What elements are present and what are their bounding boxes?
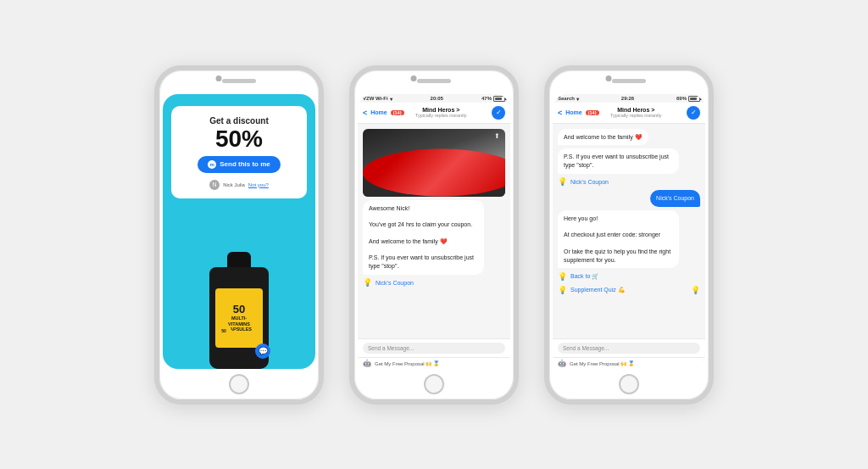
bottom-bar-text-3: Get My Free Proposal 🙌 🥇	[570, 360, 634, 366]
wifi-icon-2: ▾	[390, 96, 392, 102]
carrier-label-2: VZW Wi-Fi	[363, 96, 388, 101]
bot-logo-2: 🤖	[363, 360, 371, 367]
chat-name-3: Mind Heros >	[617, 107, 654, 113]
phone-2: VZW Wi-Fi ▾ 20:05 47% < Home	[349, 65, 519, 405]
bottle-badge: 50	[216, 323, 231, 338]
home-label-2[interactable]: Home	[370, 109, 387, 115]
check-button-2[interactable]: ✓	[492, 106, 505, 120]
messenger-header-3: < Home (14) Mind Heros > Typically repli…	[553, 103, 705, 124]
input-bar-3: Send a Message...	[553, 338, 705, 357]
phone-1-home-btn[interactable]	[229, 374, 249, 394]
coupon-link-row: 💡 Nick's Coupon	[363, 278, 505, 288]
chat-name-2: Mind Heros >	[422, 107, 459, 113]
battery-percent-2: 47%	[481, 96, 492, 101]
messenger-body-2: ⬆ Awesome Nick! You've got 24 hrs to cla…	[358, 124, 510, 338]
phone-1-ad-screen: Get a discount 50% m Send this to me N N…	[163, 94, 315, 369]
input-bar-2: Send a Message...	[358, 338, 510, 357]
back-cart-link-3[interactable]: Back to 🛒	[570, 271, 599, 282]
message-input-2[interactable]: Send a Message...	[363, 343, 505, 354]
battery-icon-3	[688, 96, 700, 102]
status-right-2: 47%	[481, 96, 505, 102]
phone-2-messenger: VZW Wi-Fi ▾ 20:05 47% < Home	[358, 94, 510, 369]
coupon-link-2[interactable]: Nick's Coupon	[376, 278, 414, 288]
messenger-header-2: < Home (14) Mind Heros > Typically repli…	[358, 103, 510, 124]
search-label-3: Search	[558, 96, 575, 101]
phone-3: Search ▾ 29:26 69% < Home	[544, 65, 714, 405]
phone-3-home-btn[interactable]	[619, 374, 639, 394]
phone-2-camera	[411, 75, 417, 81]
bottom-bar-2: 🤖 Get My Free Proposal 🙌 🥇	[358, 357, 510, 369]
discount-percent: 50%	[180, 127, 298, 151]
bot-icon-3c: 💡	[558, 286, 567, 294]
bot-icon-3d: 💡	[691, 286, 700, 294]
phone-1: Get a discount 50% m Send this to me N N…	[154, 65, 324, 405]
received-message-1: Awesome Nick! You've got 24 hrs to claim…	[363, 200, 484, 275]
messenger-mini-icon: m	[208, 160, 216, 169]
bot-icon-3a: 💡	[558, 177, 567, 186]
user-avatar: N	[209, 180, 220, 190]
quiz-row: 💡 Supplement Quiz 💪 💡	[558, 285, 700, 295]
phone-2-home-btn[interactable]	[424, 374, 444, 394]
phone-1-camera	[216, 75, 222, 81]
back-button-2[interactable]: <	[363, 109, 367, 117]
status-bar-2: VZW Wi-Fi ▾ 20:05 47%	[358, 94, 510, 103]
battery-percent-3: 69%	[676, 96, 687, 101]
sent-msg-3a: Nick's Coupon	[650, 190, 700, 207]
chat-title-block-3: Mind Heros > Typically replies instantly	[589, 107, 684, 118]
chat-title-block-2: Mind Heros > Typically replies instantly	[394, 107, 489, 118]
back-button-3[interactable]: <	[558, 109, 562, 117]
user-row: N Nick Julia Not you?	[180, 180, 298, 190]
status-right-3: 69%	[676, 96, 700, 102]
phone-1-screen: Get a discount 50% m Send this to me N N…	[163, 94, 315, 369]
time-2: 20:05	[431, 96, 443, 101]
product-bottle: 50 MULTI-VITAMINSCAPSULES 50 💬	[201, 242, 277, 369]
phone-3-screen: Search ▾ 29:26 69% < Home	[553, 94, 705, 369]
bottom-bar-text-2: Get My Free Proposal 🙌 🥇	[375, 360, 439, 366]
messenger-body-3: And welcome to the family ❤️ P.S. If you…	[553, 124, 705, 338]
battery-icon-2	[493, 96, 505, 102]
received-msg-3a: And welcome to the family ❤️	[558, 129, 648, 146]
send-to-me-button[interactable]: m Send this to me	[198, 156, 281, 173]
status-left-3: Search ▾	[558, 96, 579, 102]
phone-3-camera	[606, 75, 612, 81]
workout-photo: ⬆	[363, 129, 505, 197]
discount-label: Get a discount	[180, 116, 298, 126]
not-you-link[interactable]: Not you?	[248, 182, 269, 187]
chat-subtitle-2: Typically replies instantly	[415, 113, 467, 118]
bottle-label: 50 MULTI-VITAMINSCAPSULES	[215, 288, 263, 348]
bottle-messenger-icon: 💬	[255, 343, 270, 359]
back-cart-row: 💡 Back to 🛒	[558, 271, 700, 282]
sent-msg-wrapper: Nick's Coupon	[558, 190, 700, 207]
bot-logo-3: 🤖	[558, 360, 566, 367]
phones-container: Get a discount 50% m Send this to me N N…	[137, 48, 731, 422]
shoe-visual	[363, 129, 505, 197]
received-msg-3c: Here you go! At checkout just enter code…	[558, 210, 679, 269]
wifi-icon-3: ▾	[576, 96, 579, 102]
check-button-3[interactable]: ✓	[687, 106, 700, 120]
coupon-link-row-3a: 💡 Nick's Coupon	[558, 177, 700, 187]
coupon-link-3a[interactable]: Nick's Coupon	[570, 177, 609, 187]
chat-subtitle-3: Typically replies instantly	[610, 113, 662, 118]
bot-icon-2a: 💡	[363, 278, 372, 287]
status-bar-3: Search ▾ 29:26 69%	[553, 94, 705, 103]
quiz-link-3[interactable]: Supplement Quiz 💪	[570, 285, 626, 295]
user-name: Nick Julia	[223, 182, 245, 187]
bottle-cap	[227, 252, 251, 269]
ad-card: Get a discount 50% m Send this to me N N…	[171, 106, 307, 198]
phone-3-messenger: Search ▾ 29:26 69% < Home	[553, 94, 705, 369]
phone-2-screen: VZW Wi-Fi ▾ 20:05 47% < Home	[358, 94, 510, 369]
time-3: 29:26	[621, 96, 634, 101]
bot-icon-3b: 💡	[558, 272, 567, 281]
status-left-2: VZW Wi-Fi ▾	[363, 96, 392, 102]
home-label-3[interactable]: Home	[565, 109, 581, 115]
message-input-3[interactable]: Send a Message...	[558, 343, 700, 354]
bottom-bar-3: 🤖 Get My Free Proposal 🙌 🥇	[553, 357, 705, 369]
share-icon[interactable]: ⬆	[494, 132, 500, 140]
received-msg-3b: P.S. If you ever want to unsubscribe jus…	[558, 148, 679, 174]
bottle-number: 50	[233, 303, 245, 315]
